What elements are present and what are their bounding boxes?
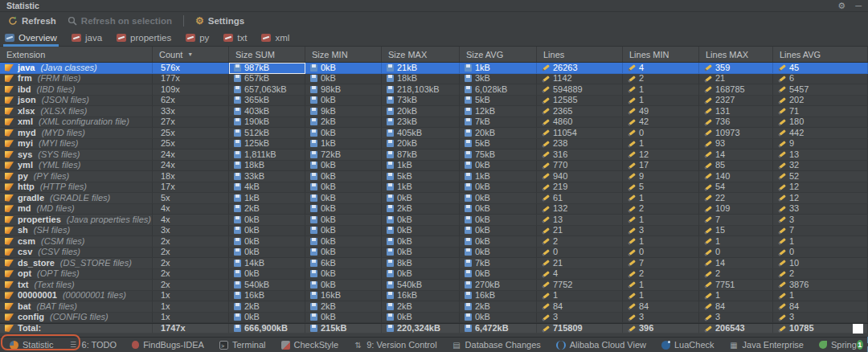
column-header-size-max[interactable]: Size MAX [382, 47, 460, 62]
tab-java[interactable]: java [72, 30, 102, 47]
statusbar-item-spring[interactable]: Spring [819, 340, 857, 350]
table-row[interactable]: gradle(GRADLE files)5x1kB0kB0kB0kB611221… [0, 193, 868, 204]
table-row[interactable]: sys(SYS files)24x1,811kB72kB87kB75kB3161… [0, 149, 868, 161]
extension-cell: gradle(GRADLE files) [0, 193, 153, 204]
statusbar-item-database-changes[interactable]: Database Changes [452, 340, 541, 350]
extension-description: (Text files) [34, 280, 74, 290]
statusbar-item-alibaba-cloud-view[interactable]: Alibaba Cloud View [556, 340, 646, 350]
settings-label: Settings [208, 16, 244, 26]
gear-icon[interactable]: ⚙ [837, 1, 845, 10]
tab-overview[interactable]: Overview [5, 30, 57, 47]
table-row[interactable]: myi(MYI files)25x125kB1kB20kB5kB2381939 [0, 139, 868, 150]
statusbar-item-terminal[interactable]: Terminal [219, 340, 266, 350]
column-header-size-min[interactable]: Size MIN [305, 47, 382, 62]
table-row[interactable]: bat(BAT files)1x2kB2kB2kB2kB84848484 [0, 301, 868, 313]
table-row[interactable]: txt(Text files)2x540kB0kB540kB270kB77521… [0, 280, 868, 291]
pencil-icon [542, 227, 550, 235]
cell-value: 0kB [321, 313, 336, 323]
minimize-icon[interactable]: ─ [855, 1, 862, 10]
tab-label: java [85, 33, 102, 43]
statusbar-item-luacheck[interactable]: LuaCheck [661, 340, 714, 350]
cell-value: 16kB [475, 291, 495, 301]
settings-button[interactable]: ⚙ Settings [195, 16, 244, 26]
column-header-lines-max[interactable]: Lines MAX [699, 47, 773, 62]
cell-count: 5x [153, 193, 229, 204]
tab-label: properties [130, 33, 171, 43]
cell-value: 0kB [397, 226, 412, 236]
column-header-count[interactable]: Count▼ [153, 47, 229, 62]
pencil-icon [542, 237, 550, 245]
table-row[interactable]: json(JSON files)62x365kB0kB73kB5kB125851… [0, 96, 868, 107]
cell-lines: 219 [537, 182, 623, 194]
floppy-disk-icon [387, 303, 394, 310]
cell-value: 0kB [475, 182, 490, 193]
event-log-button[interactable]: 1 Event Log [857, 335, 868, 352]
table-row[interactable]: md(MD files)4x2kB0kB2kB0kB132210933 [0, 204, 868, 215]
pencil-icon [778, 325, 786, 333]
statusbar-item-9-version-control[interactable]: 9: Version Control [354, 340, 436, 350]
column-header-size-avg[interactable]: Size AVG [460, 47, 537, 62]
column-header-lines[interactable]: Lines [537, 47, 623, 62]
table-row[interactable]: myd(MYD files)25x512kB0kB405kB20kB110540… [0, 128, 868, 139]
cell-value: 0kB [475, 226, 490, 236]
statusbar-item-statistic[interactable]: Statistic [10, 340, 54, 350]
column-header-lines-avg[interactable]: Lines AVG [773, 47, 868, 62]
cell-value: 6 [789, 74, 794, 84]
cell-lines-avg: 33 [773, 204, 868, 215]
table-row[interactable]: sh(SH files)3x0kB0kB0kB0kB213157 [0, 226, 868, 237]
table-row[interactable]: opt(OPT files)2x0kB0kB0kB0kB4222 [0, 269, 868, 280]
extension-name: ibd [18, 84, 31, 95]
table-row[interactable]: properties(Java properties files)4x0kB0k… [0, 215, 868, 226]
table-row[interactable]: ibd(IBD files)109x657,063kB98kB218,103kB… [0, 84, 868, 96]
chart-icon [117, 34, 126, 42]
statusbar-item-java-enterprise[interactable]: Java Enterprise [730, 340, 804, 350]
tab-properties[interactable]: properties [117, 30, 171, 47]
table-row[interactable]: xml(XML configuration file)27x190kB2kB23… [0, 117, 868, 129]
cell-value: 0kB [397, 248, 412, 258]
cell-value: 1kB [321, 139, 336, 149]
table-row[interactable]: csm(CSM files)2x0kB0kB0kB0kB2111 [0, 236, 868, 248]
column-header-extension[interactable]: Extension [0, 47, 153, 62]
table-row[interactable]: csv(CSV files)2x0kB0kB0kB0kB0000 [0, 248, 868, 259]
cell-value: 2 [639, 269, 644, 280]
table-row[interactable]: frm(FRM files)177x657kB0kB18kB3kB1142221… [0, 74, 868, 85]
bug-icon [132, 341, 139, 349]
table-row[interactable]: yml(YML files)24x18kB0kB1kB0kB770178532 [0, 161, 868, 172]
floppy-disk-icon [310, 129, 317, 137]
cell-lines-max: 7 [699, 215, 773, 226]
statusbar-item-checkstyle[interactable]: CheckStyle [281, 340, 339, 350]
table-row[interactable]: ds_store(DS_STORE files)2x14kB6kB8kB7kB2… [0, 258, 868, 269]
cell-lines: 2365 [537, 106, 623, 117]
cell-size-avg: 270kB [460, 280, 537, 291]
table-row[interactable]: xlsx(XLSX files)33x403kB9kB20kB12kB23654… [0, 106, 868, 117]
cell-lines: 132 [537, 204, 623, 215]
table-row[interactable]: 00000001(00000001 files)1x16kB16kB16kB16… [0, 291, 868, 302]
floppy-disk-icon [465, 183, 472, 190]
extension-cell: bat(BAT files) [0, 301, 153, 313]
pencil-icon [628, 96, 636, 104]
column-header-lines-min[interactable]: Lines MIN [623, 47, 699, 62]
table-row[interactable]: http(HTTP files)17x4kB0kB1kB0kB21955412 [0, 182, 868, 194]
cell-size-max: 16kB [382, 291, 460, 302]
total-row[interactable]: Total:1747x666,900kB215kB220,324kB6,472k… [0, 323, 868, 334]
table-row[interactable]: config(CONFIG files)1x0kB0kB0kB0kB3333 [0, 313, 868, 324]
statusbar-item-findbugs-idea[interactable]: FindBugs-IDEA [132, 340, 204, 350]
cell-size-avg: 0kB [460, 248, 537, 259]
tab-label: txt [237, 33, 247, 43]
table-row[interactable]: java(Java classes)576x987kB0kB21kB1kB262… [0, 63, 868, 74]
statusbar-item-6-todo[interactable]: 6: TODO [69, 340, 117, 350]
cell-size-sum: 4kB [229, 182, 305, 194]
refresh-on-selection-button[interactable]: Refresh on selection [68, 16, 172, 26]
statusbar-item-label: Statistic [23, 340, 54, 350]
tab-py[interactable]: py [186, 30, 209, 47]
tab-txt[interactable]: txt [223, 30, 247, 47]
cell-size-max: 18kB [382, 74, 460, 85]
cell-lines-max: 10973 [699, 128, 773, 139]
cell-value: 49 [639, 106, 649, 117]
table-row[interactable]: py(PY files)18x33kB0kB5kB1kB940914052 [0, 171, 868, 182]
cell-size-avg: 0kB [460, 182, 537, 194]
tab-xml[interactable]: xml [261, 30, 289, 47]
column-header-size-sum[interactable]: Size SUM [229, 47, 305, 62]
refresh-button[interactable]: Refresh [8, 16, 56, 26]
cell-size-max: 21kB [382, 63, 460, 74]
